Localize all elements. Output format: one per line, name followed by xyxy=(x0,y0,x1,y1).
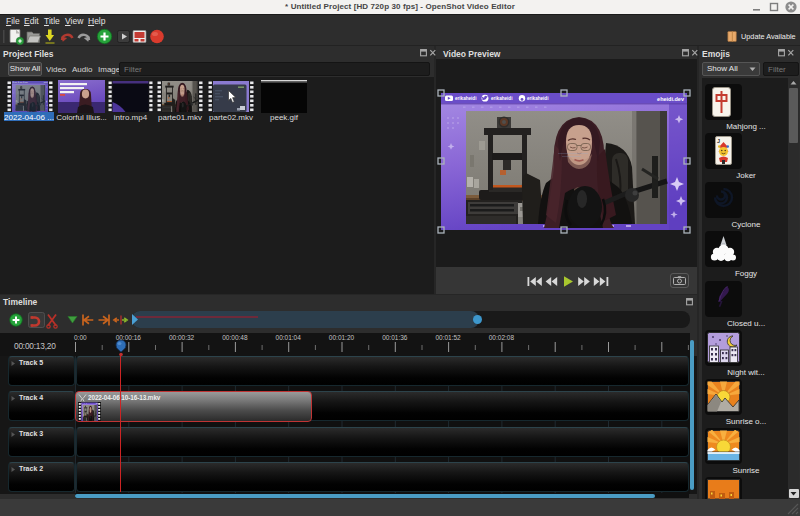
svg-text:00:01:04: 00:01:04 xyxy=(276,334,302,341)
svg-text:00:01:36: 00:01:36 xyxy=(382,334,408,341)
svg-text:00:02:08: 00:02:08 xyxy=(489,334,515,341)
svg-text:00:00:48: 00:00:48 xyxy=(222,334,248,341)
svg-text:00:01:20: 00:01:20 xyxy=(329,334,355,341)
svg-text:0:00: 0:00 xyxy=(74,334,87,341)
svg-text:00:00:32: 00:00:32 xyxy=(169,334,195,341)
svg-text:J: J xyxy=(717,138,720,144)
svg-text:00:01:52: 00:01:52 xyxy=(435,334,461,341)
